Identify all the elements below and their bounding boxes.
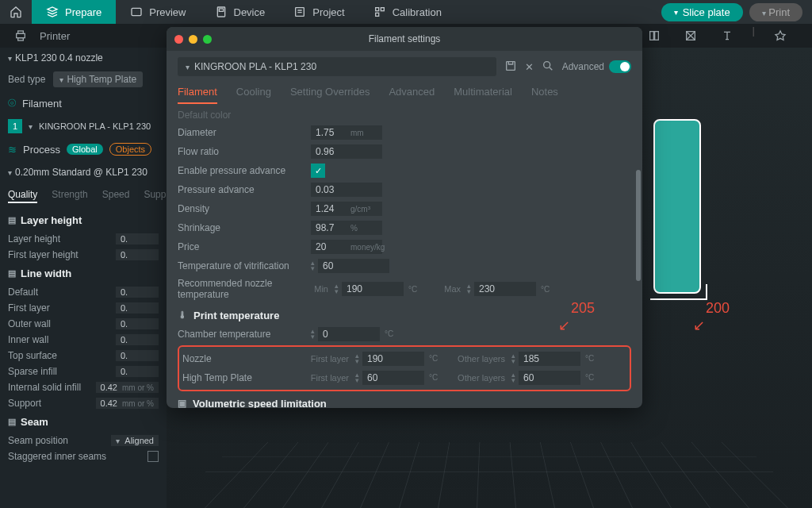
group-seam[interactable]: ▤Seam — [0, 411, 167, 433]
tab-calibration[interactable]: Calibration — [359, 0, 456, 24]
group-layer-height[interactable]: ▤Layer height — [0, 210, 167, 231]
stepper-icon[interactable]: ▴▾ — [355, 372, 359, 383]
filament-row[interactable]: 1 ▾ KINGROON PLA - KLP1 230 — [0, 116, 167, 137]
price-label: Price — [178, 241, 311, 252]
pill-global[interactable]: Global — [67, 144, 103, 155]
subtab-speed[interactable]: Speed — [102, 189, 130, 203]
window-controls[interactable] — [174, 35, 212, 44]
bed-type-label: Bed type — [8, 74, 45, 85]
layer-height-input[interactable]: 0. — [116, 233, 159, 244]
svg-rect-5 — [381, 8, 384, 11]
tool-icon-1[interactable] — [643, 25, 665, 47]
rec-nozzle-max-label: Max — [435, 284, 467, 294]
stepper-icon[interactable]: ▴▾ — [511, 353, 515, 364]
density-label: Density — [178, 203, 311, 214]
text-tool-icon[interactable] — [716, 25, 738, 47]
model-preview[interactable] — [653, 119, 701, 294]
tab-prepare-label: Prepare — [65, 6, 102, 18]
lw-sparse-input[interactable]: 0. — [116, 366, 159, 377]
unit-c: °C — [580, 373, 612, 382]
lw-support-input[interactable]: 0.42mm or % — [96, 398, 159, 409]
advanced-toggle[interactable] — [609, 60, 631, 73]
vitrification-input[interactable]: 60 — [318, 259, 389, 273]
search-icon[interactable] — [542, 60, 554, 75]
staggered-seams-checkbox[interactable] — [147, 451, 159, 462]
lw-inner-input[interactable]: 0. — [116, 334, 159, 345]
printer-preset-dropdown[interactable]: ▾KLP1 230 0.4 nozzle — [8, 52, 159, 64]
modal-tab-filament[interactable]: Filament — [178, 86, 217, 104]
modal-tab-multimaterial[interactable]: Multimaterial — [454, 86, 512, 104]
section-print-temperature: 🌡Print temperature — [178, 303, 631, 325]
subtab-strength[interactable]: Strength — [52, 189, 87, 203]
tab-preview[interactable]: Preview — [116, 0, 200, 24]
unit-c: °C — [424, 373, 456, 382]
group-line-width[interactable]: ▤Line width — [0, 263, 167, 284]
tab-device-label: Device — [234, 6, 266, 18]
flow-ratio-input[interactable]: 0.96 — [311, 144, 382, 159]
process-preset-dropdown[interactable]: ▾0.20mm Standard @ KLP1 230 — [8, 167, 159, 178]
pressure-advance-input[interactable]: 0.03 — [311, 183, 382, 197]
stepper-icon[interactable]: ▴▾ — [511, 372, 515, 383]
section-volumetric: ▣Volumetric speed limitation — [178, 391, 631, 408]
stepper-icon[interactable]: ▴▾ — [355, 353, 359, 364]
unit-c: °C — [380, 329, 412, 338]
chamber-temp-input[interactable]: 0 — [318, 327, 380, 341]
svg-rect-13 — [506, 61, 515, 70]
maximize-icon[interactable] — [203, 35, 212, 44]
stepper-icon[interactable]: ▴▾ — [467, 283, 471, 294]
modal-tab-notes[interactable]: Notes — [531, 86, 558, 104]
first-layer-height-input[interactable]: 0. — [116, 249, 159, 260]
print-button[interactable]: ▾ Print — [749, 3, 802, 21]
unit-c: °C — [580, 354, 612, 363]
lw-solid-input[interactable]: 0.42mm or % — [96, 382, 159, 393]
stepper-icon[interactable]: ▴▾ — [311, 260, 315, 271]
nozzle-other-layers-input[interactable]: 185 — [519, 352, 580, 366]
tab-calibration-label: Calibration — [393, 6, 442, 18]
lw-top-input[interactable]: 0. — [116, 350, 159, 361]
rec-nozzle-min-input[interactable]: 190 — [342, 282, 404, 296]
diameter-input[interactable]: 1.75mm — [311, 125, 382, 140]
rec-nozzle-min-label: Min — [311, 284, 335, 294]
stepper-icon[interactable]: ▴▾ — [311, 329, 315, 340]
minimize-icon[interactable] — [189, 35, 197, 44]
pressure-advance-checkbox[interactable]: ✓ — [311, 164, 325, 178]
staggered-seams-label: Staggered inner seams — [8, 451, 106, 462]
seam-position-dropdown[interactable]: ▾Aligned — [111, 435, 159, 446]
rec-nozzle-max-input[interactable]: 230 — [474, 282, 536, 296]
slice-plate-button[interactable]: ▾ Slice plate — [661, 3, 743, 21]
plate-other-layers-label: Other layers — [456, 373, 511, 383]
bed-type-dropdown[interactable]: ▾High Temp Plate — [53, 71, 143, 87]
tool-icon-3[interactable] — [769, 25, 791, 47]
subtab-quality[interactable]: Quality — [8, 189, 37, 203]
process-icon: ≋ — [8, 144, 17, 156]
modal-tab-cooling[interactable]: Cooling — [236, 86, 271, 104]
price-input[interactable]: 20money/kg — [311, 240, 382, 254]
pill-objects[interactable]: Objects — [109, 143, 151, 156]
lw-outer-input[interactable]: 0. — [116, 318, 159, 329]
density-input[interactable]: 1.24g/cm³ — [311, 202, 382, 216]
scrollbar[interactable] — [636, 170, 641, 281]
delete-icon[interactable]: ✕ — [525, 61, 534, 73]
close-icon[interactable] — [174, 35, 183, 44]
stepper-icon[interactable]: ▴▾ — [335, 283, 339, 294]
filament-preset-dropdown[interactable]: ▾KINGROON PLA - KLP1 230 — [178, 57, 496, 76]
lw-top-label: Top surface — [8, 350, 57, 361]
home-button[interactable] — [0, 0, 32, 24]
save-icon[interactable] — [504, 60, 517, 75]
shrinkage-input[interactable]: 98.7% — [311, 221, 382, 235]
sidebar: ▾KLP1 230 0.4 nozzle Bed type ▾High Temp… — [0, 48, 167, 508]
modal-tab-advanced[interactable]: Advanced — [389, 86, 435, 104]
svg-rect-11 — [654, 32, 658, 40]
plate-other-layers-input[interactable]: 60 — [519, 371, 580, 385]
lw-first-input[interactable]: 0. — [116, 302, 159, 314]
nozzle-first-layer-input[interactable]: 190 — [362, 352, 424, 366]
tab-project[interactable]: Project — [279, 0, 358, 24]
process-subtabs: Quality Strength Speed Suppo — [0, 183, 167, 210]
plate-first-layer-input[interactable]: 60 — [362, 371, 424, 385]
svg-rect-4 — [375, 8, 378, 11]
lw-default-input[interactable]: 0. — [116, 287, 159, 298]
modal-tab-overrides[interactable]: Setting Overrides — [290, 86, 370, 104]
tab-device[interactable]: Device — [201, 0, 280, 24]
tool-icon-2[interactable] — [680, 25, 702, 47]
tab-prepare[interactable]: Prepare — [32, 0, 116, 24]
